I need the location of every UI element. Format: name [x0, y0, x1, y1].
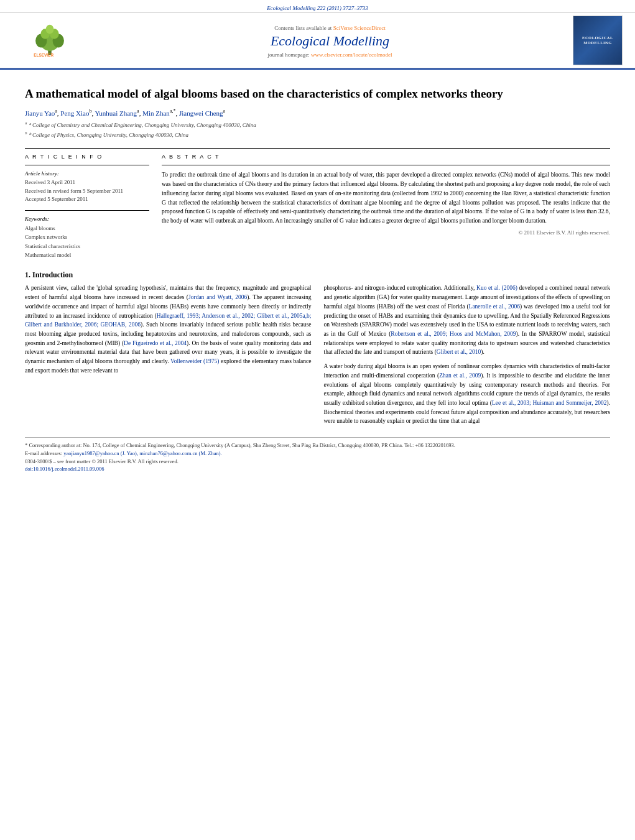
keywords-title: Keywords:	[25, 216, 149, 222]
copyright-bottom: 0304-3800/$ – see front matter © 2011 El…	[25, 458, 610, 474]
ref-glibert2010: Glibert et al., 2010	[437, 349, 481, 355]
author-peng-xiao: Peng Xiao	[60, 109, 89, 116]
svg-point-6	[46, 24, 54, 34]
abstract-text: To predict the outbreak time of algal bl…	[162, 170, 610, 225]
accepted-date: Accepted 5 September 2011	[25, 195, 149, 204]
keyword-4: Mathematical model	[25, 251, 149, 259]
author-min-zhan: Min Zhan	[142, 109, 170, 116]
homepage-link[interactable]: www.elsevier.com/locate/ecolmodel	[311, 52, 392, 58]
section-1-heading: 1. Introduction	[25, 270, 610, 280]
body-content: 1. Introduction A persistent view, calle…	[25, 270, 610, 431]
journal-top-info: Ecological Modelling 222 (2011) 3727–373…	[0, 4, 635, 12]
email-link: yaojianyu1987@yahoo.cn (J. Yao), minzhan…	[63, 450, 221, 456]
elsevier-tree-icon: ELSEVIER	[31, 24, 68, 58]
abstract-column: A B S T R A C T To predict the outbreak …	[162, 154, 610, 259]
ref-zhan2009: Zhan et al., 2009	[439, 372, 481, 379]
ref-lanerolle: Lanerolle et al., 2006	[469, 303, 520, 310]
journal-title: Ecological Modelling	[93, 33, 567, 49]
affiliations: a ᵃ College of Chemistry and Chemical En…	[25, 120, 610, 139]
sciverse-link[interactable]: SciVerse ScienceDirect	[333, 25, 386, 31]
ref-figueiredo: De Figueiredo et al., 2004	[124, 340, 187, 346]
authors: Jianyu Yaoa, Peng Xiaob, Yunhuai Zhanga,…	[25, 108, 610, 117]
keyword-1: Algal blooms	[25, 224, 149, 233]
abstract-copyright: © 2011 Elsevier B.V. All rights reserved…	[162, 229, 610, 236]
journal-header: Ecological Modelling 222 (2011) 3727–373…	[0, 0, 635, 70]
page: Ecological Modelling 222 (2011) 3727–373…	[0, 0, 635, 840]
ref-kuo: Kuo et al. (2006)	[476, 285, 517, 291]
affiliation-a: a ᵃ College of Chemistry and Chemical En…	[25, 120, 610, 130]
right-logo-text: ECOLOGICAL MODELLING	[576, 35, 619, 46]
footnote-area: * Corresponding author at: No. 174, Coll…	[25, 437, 610, 473]
email-note: E-mail addresses: yaojianyu1987@yahoo.cn…	[25, 450, 610, 458]
article-info-column: A R T I C L E I N F O Article history: R…	[25, 154, 149, 259]
received-date: Received 3 April 2011	[25, 178, 149, 187]
content-notice: Contents lists available at SciVerse Sci…	[93, 23, 567, 33]
body-para-right-2: A water body during algal blooms is an o…	[324, 362, 611, 426]
ref-jordan: Jordan and Wyatt, 2006	[188, 294, 247, 300]
keyword-2: Complex networks	[25, 233, 149, 241]
article-info-abstract: A R T I C L E I N F O Article history: R…	[25, 154, 610, 259]
corresponding-author-note: * Corresponding author at: No. 174, Coll…	[25, 441, 610, 450]
journal-homepage: journal homepage: www.elsevier.com/locat…	[93, 52, 567, 58]
keyword-3: Statistical characteristics	[25, 242, 149, 251]
affiliation-b: b ᵇ College of Physics, Chongqing Univer…	[25, 130, 610, 140]
author-jianyu-yao: Jianyu Yao	[25, 109, 55, 116]
history-title: Article history:	[25, 170, 149, 177]
body-two-col: A persistent view, called the 'global sp…	[25, 284, 610, 431]
ref-robertson: Robertson et al., 2009; Hoos and McMahon…	[391, 331, 516, 337]
journal-center: Contents lists available at SciVerse Sci…	[87, 23, 573, 58]
body-para-right-1: phosphorus- and nitrogen-induced eutroph…	[324, 284, 611, 357]
article-history: Article history: Received 3 April 2011 R…	[25, 170, 149, 204]
body-right-column: phosphorus- and nitrogen-induced eutroph…	[324, 284, 611, 431]
ref-lee2003: Lee et al., 2003; Huisman and Sommeijer,…	[492, 400, 606, 406]
author-yunhuai-zhang: Yunhuai Zhang	[95, 109, 137, 116]
divider-1	[25, 148, 610, 149]
journal-banner: ELSEVIER Contents lists available at Sci…	[0, 12, 635, 68]
divider-info	[25, 165, 149, 165]
body-para-1: A persistent view, called the 'global sp…	[25, 284, 312, 375]
article-title: A mathematical model of algal blooms bas…	[25, 86, 610, 102]
body-left-column: A persistent view, called the 'global sp…	[25, 284, 312, 431]
author-jiangwei-cheng: Jiangwei Cheng	[179, 109, 223, 116]
divider-keywords	[25, 210, 149, 211]
revised-date: Received in revised form 5 September 201…	[25, 187, 149, 196]
abstract-label: A B S T R A C T	[162, 154, 610, 160]
elsevier-logo: ELSEVIER	[12, 24, 87, 58]
svg-text:ELSEVIER: ELSEVIER	[34, 53, 53, 57]
journal-right-logo: ECOLOGICAL MODELLING	[573, 16, 623, 65]
ref-vollenweider: Vollenweider (1975)	[170, 358, 219, 364]
divider-abstract	[162, 165, 610, 165]
main-content: A mathematical model of algal blooms bas…	[0, 70, 635, 482]
article-info-label: A R T I C L E I N F O	[25, 154, 149, 160]
keywords-section: Keywords: Algal blooms Complex networks …	[25, 216, 149, 260]
ref-hallegraeff: Hallegraeff, 1993; Anderson et al., 2002…	[25, 313, 311, 328]
doi: doi:10.1016/j.ecolmodel.2011.09.006	[25, 465, 610, 473]
